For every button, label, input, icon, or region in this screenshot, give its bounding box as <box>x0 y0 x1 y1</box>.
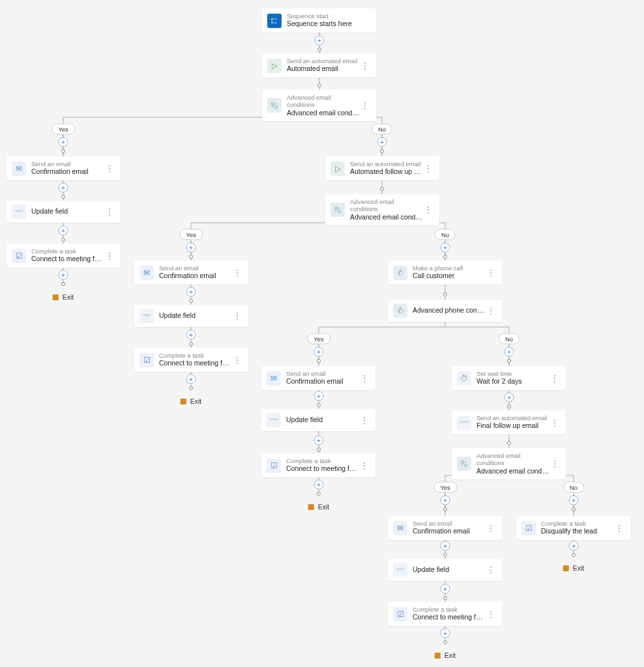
more-icon[interactable]: ⋮ <box>422 163 434 174</box>
connector-dot <box>443 640 447 644</box>
more-icon[interactable]: ⋮ <box>549 373 561 384</box>
node-phone-condition[interactable]: ✆ Advanced phone condition ⋮ <box>388 300 502 322</box>
update-icon: 〰 <box>267 413 281 427</box>
node-title: Confirmation email <box>286 377 359 386</box>
add-step-button[interactable]: + <box>377 137 387 147</box>
exit-icon <box>563 565 569 571</box>
branch-yes-3: Yes <box>307 334 330 345</box>
add-step-button[interactable]: + <box>59 270 68 280</box>
more-icon[interactable]: ⋮ <box>359 461 370 471</box>
add-step-button[interactable]: + <box>59 183 68 193</box>
node-advanced-conditions-2[interactable]: Advanced email conditions Advanced email… <box>325 194 439 225</box>
node-update-field-4[interactable]: 〰 Update field ⋮ <box>388 559 502 581</box>
phone-condition-icon: ✆ <box>393 304 407 318</box>
more-icon[interactable]: ⋮ <box>104 163 115 174</box>
more-icon[interactable]: ⋮ <box>485 565 497 575</box>
node-sequence-start[interactable]: Sequence start Sequence starts here <box>262 8 376 33</box>
add-step-button[interactable]: + <box>314 347 324 357</box>
node-update-field-3[interactable]: 〰 Update field ⋮ <box>261 409 375 431</box>
more-icon[interactable]: ⋮ <box>549 418 561 428</box>
more-icon[interactable]: ⋮ <box>613 523 625 533</box>
connector-dot <box>572 553 576 557</box>
connector-dot <box>189 386 193 390</box>
exit-icon <box>181 399 186 404</box>
add-step-button[interactable]: + <box>59 137 68 147</box>
conditions-icon <box>267 98 282 113</box>
node-confirmation-email-1[interactable]: ✉ Send an email Confirmation email ⋮ <box>7 156 121 180</box>
add-step-button[interactable]: + <box>314 391 324 401</box>
exit-marker: Exit <box>308 503 330 511</box>
add-step-button[interactable]: + <box>186 375 196 384</box>
node-final-followup[interactable]: 〰 Send an automated email Final follow u… <box>452 410 566 434</box>
more-icon[interactable]: ⋮ <box>485 305 497 316</box>
add-step-button[interactable]: + <box>441 496 450 505</box>
add-step-button[interactable]: + <box>441 629 450 638</box>
node-advanced-conditions-1[interactable]: Advanced email conditions Advanced email… <box>262 90 376 121</box>
more-icon[interactable]: ⋮ <box>422 205 434 215</box>
add-step-button[interactable]: + <box>441 243 450 253</box>
node-wait-time[interactable]: ⏱ Set wait time Wait for 2 days ⋮ <box>452 366 566 390</box>
add-step-button[interactable]: + <box>505 393 514 403</box>
more-icon[interactable]: ⋮ <box>104 206 115 217</box>
phone-icon: ✆ <box>393 266 407 280</box>
node-type: Make a phone call <box>413 264 485 272</box>
add-step-button[interactable]: + <box>314 436 324 446</box>
more-icon[interactable]: ⋮ <box>359 415 370 425</box>
add-step-button[interactable]: + <box>441 584 450 594</box>
node-confirmation-email-3[interactable]: ✉ Send an email Confirmation email ⋮ <box>261 366 375 390</box>
node-automated-email-1[interactable]: ▷ Send an automated email Automated emai… <box>262 53 376 78</box>
node-title: Update field <box>31 207 104 216</box>
node-automated-followup[interactable]: ▷ Send an automated email Automated foll… <box>325 156 439 180</box>
more-icon[interactable]: ⋮ <box>231 268 243 278</box>
node-confirmation-email-4[interactable]: ✉ Send an email Confirmation email ⋮ <box>388 516 502 540</box>
node-title: Wait for 2 days <box>476 377 549 386</box>
node-advanced-conditions-3[interactable]: Advanced email conditions Advanced email… <box>452 448 566 479</box>
add-step-button[interactable]: + <box>59 226 68 236</box>
node-title: Automated follow up email <box>350 167 422 177</box>
branch-yes-1: Yes <box>51 124 75 135</box>
more-icon[interactable]: ⋮ <box>485 609 497 619</box>
node-title: Confirmation email <box>31 167 104 177</box>
node-task-4[interactable]: ☑ Complete a task Connect to meeting for… <box>388 602 502 626</box>
add-step-button[interactable]: + <box>186 287 196 297</box>
connector-dot <box>61 195 65 199</box>
connector-dot <box>61 149 65 153</box>
more-icon[interactable]: ⋮ <box>359 61 371 71</box>
exit-label: Exit <box>573 564 585 572</box>
update-icon: 〰 <box>12 205 26 219</box>
automated-email-icon: ▷ <box>330 162 345 176</box>
exit-label: Exit <box>445 651 456 659</box>
more-icon[interactable]: ⋮ <box>231 355 243 365</box>
add-step-button[interactable]: + <box>505 347 514 357</box>
node-title: Confirmation email <box>159 272 231 281</box>
automated-email-icon: ▷ <box>267 59 282 73</box>
add-step-button[interactable]: + <box>569 541 579 551</box>
more-icon[interactable]: ⋮ <box>359 100 371 111</box>
more-icon[interactable]: ⋮ <box>231 311 243 321</box>
node-title: Final follow up email <box>476 421 549 431</box>
more-icon[interactable]: ⋮ <box>485 523 497 533</box>
email-icon: ✉ <box>393 521 407 535</box>
node-phone-call[interactable]: ✆ Make a phone call Call customer ⋮ <box>388 261 502 285</box>
more-icon[interactable]: ⋮ <box>359 373 370 384</box>
node-task-3[interactable]: ☑ Complete a task Connect to meeting for… <box>261 453 375 477</box>
add-step-button[interactable]: + <box>186 243 196 253</box>
node-update-field-1[interactable]: 〰 Update field ⋮ <box>7 201 121 223</box>
more-icon[interactable]: ⋮ <box>104 251 115 261</box>
update-icon: 〰 <box>393 563 407 577</box>
add-step-button[interactable]: + <box>315 36 325 46</box>
add-step-button[interactable]: + <box>186 330 196 340</box>
wait-icon: ⏱ <box>457 371 471 386</box>
node-title: Sequence starts here <box>287 20 371 29</box>
node-confirmation-email-2[interactable]: ✉ Send an email Confirmation email ⋮ <box>134 261 248 285</box>
more-icon[interactable]: ⋮ <box>549 459 561 469</box>
add-step-button[interactable]: + <box>441 541 450 551</box>
more-icon[interactable]: ⋮ <box>485 268 497 278</box>
add-step-button[interactable]: + <box>569 496 579 505</box>
conditions-icon <box>457 457 471 471</box>
node-update-field-2[interactable]: 〰 Update field ⋮ <box>134 305 248 327</box>
node-disqualify-lead[interactable]: ☑ Complete a task Disqualify the lead ⋮ <box>516 516 630 540</box>
node-task-2[interactable]: ☑ Complete a task Connect to meeting for… <box>134 348 248 372</box>
add-step-button[interactable]: + <box>314 480 324 490</box>
node-task-1[interactable]: ☑ Complete a task Connect to meeting for… <box>7 244 121 268</box>
